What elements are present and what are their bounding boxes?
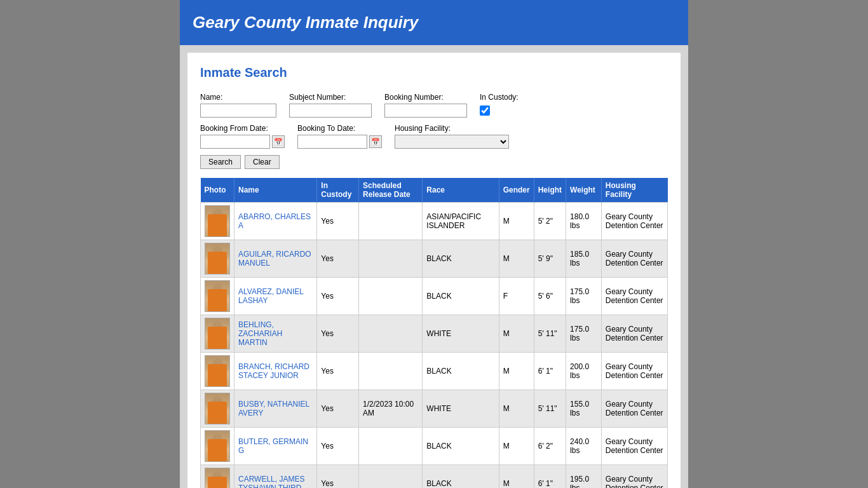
- search-form: Name: Subject Number: Booking Number: In…: [200, 93, 668, 169]
- name-cell[interactable]: AGUILAR, RICARDO MANUEL: [234, 240, 317, 278]
- page-header: Geary County Inmate Inquiry: [180, 0, 688, 45]
- name-cell[interactable]: ABARRO, CHARLES A: [234, 203, 317, 240]
- height-cell: 5' 9": [534, 240, 566, 278]
- race-cell: WHITE: [423, 315, 499, 353]
- housing-cell: Geary County Detention Center: [601, 315, 667, 353]
- name-cell[interactable]: BUSBY, NATHANIEL AVERY: [234, 390, 317, 428]
- inmate-photo: [205, 430, 230, 462]
- height-cell: 5' 11": [534, 315, 566, 353]
- gender-cell: M: [499, 428, 534, 465]
- booking-number-group: Booking Number:: [384, 93, 467, 118]
- page-header-title: Geary County Inmate Inquiry: [193, 13, 675, 32]
- name-cell[interactable]: CARWELL, JAMES TYSHAWN THIRD: [234, 465, 317, 489]
- name-input[interactable]: [200, 104, 276, 118]
- race-cell: BLACK: [423, 353, 499, 390]
- table-header-row: Photo Name In Custody Scheduled Release …: [201, 178, 668, 203]
- page-title: Inmate Search: [200, 65, 668, 80]
- col-height: Height: [534, 178, 566, 203]
- inmate-name-link[interactable]: CARWELL, JAMES TYSHAWN THIRD: [238, 475, 304, 488]
- photo-cell: [201, 278, 234, 315]
- photo-cell: [201, 203, 234, 240]
- height-cell: 5' 11": [534, 390, 566, 428]
- release-date-cell: [359, 278, 423, 315]
- booking-to-calendar-button[interactable]: 📅: [369, 135, 382, 148]
- col-race: Race: [423, 178, 499, 203]
- name-cell[interactable]: BRANCH, RICHARD STACEY JUNIOR: [234, 353, 317, 390]
- photo-cell: [201, 240, 234, 278]
- gender-cell: F: [499, 278, 534, 315]
- release-date-cell: [359, 428, 423, 465]
- booking-to-label: Booking To Date:: [297, 124, 382, 133]
- weight-cell: 175.0 lbs: [566, 278, 602, 315]
- inmate-photo: [205, 468, 230, 488]
- height-cell: 5' 2": [534, 203, 566, 240]
- gender-cell: M: [499, 315, 534, 353]
- release-date-cell: [359, 465, 423, 489]
- housing-facility-select[interactable]: Geary County Detention Center: [395, 135, 509, 149]
- inmate-name-link[interactable]: BEHLING, ZACHARIAH MARTIN: [238, 320, 282, 347]
- subject-number-group: Subject Number:: [289, 93, 372, 118]
- inmate-name-link[interactable]: BUTLER, GERMAIN G: [238, 437, 308, 455]
- table-row: AGUILAR, RICARDO MANUELYesBLACKM5' 9"185…: [201, 240, 668, 278]
- custody-cell: Yes: [317, 240, 359, 278]
- results-table: Photo Name In Custody Scheduled Release …: [200, 178, 668, 488]
- booking-number-label: Booking Number:: [384, 93, 467, 102]
- inmate-photo: [205, 318, 230, 349]
- housing-cell: Geary County Detention Center: [601, 390, 667, 428]
- booking-to-date-input[interactable]: [297, 135, 367, 149]
- col-photo: Photo: [201, 178, 234, 203]
- custody-cell: Yes: [317, 203, 359, 240]
- inmate-name-link[interactable]: BRANCH, RICHARD STACEY JUNIOR: [238, 362, 309, 380]
- in-custody-label: In Custody:: [480, 93, 519, 102]
- name-cell[interactable]: ALVAREZ, DANIEL LASHAY: [234, 278, 317, 315]
- col-weight: Weight: [566, 178, 602, 203]
- custody-cell: Yes: [317, 278, 359, 315]
- in-custody-group: In Custody:: [480, 93, 519, 116]
- table-row: ALVAREZ, DANIEL LASHAYYesBLACKF5' 6"175.…: [201, 278, 668, 315]
- table-row: BUTLER, GERMAIN GYesBLACKM6' 2"240.0 lbs…: [201, 428, 668, 465]
- inmate-photo: [205, 393, 230, 424]
- in-custody-checkbox[interactable]: [480, 105, 490, 116]
- booking-from-calendar-button[interactable]: 📅: [272, 135, 285, 148]
- inmate-name-link[interactable]: BUSBY, NATHANIEL AVERY: [238, 400, 309, 417]
- subject-number-label: Subject Number:: [289, 93, 372, 102]
- race-cell: WHITE: [423, 390, 499, 428]
- photo-cell: [201, 390, 234, 428]
- inmate-name-link[interactable]: ALVAREZ, DANIEL LASHAY: [238, 287, 303, 305]
- housing-cell: Geary County Detention Center: [601, 465, 667, 489]
- weight-cell: 185.0 lbs: [566, 240, 602, 278]
- inmate-photo: [205, 355, 230, 387]
- booking-from-group: Booking From Date: 📅: [200, 124, 285, 149]
- release-date-cell: 1/2/2023 10:00 AM: [359, 390, 423, 428]
- search-button[interactable]: Search: [200, 155, 241, 169]
- weight-cell: 175.0 lbs: [566, 315, 602, 353]
- housing-cell: Geary County Detention Center: [601, 240, 667, 278]
- height-cell: 5' 6": [534, 278, 566, 315]
- release-date-cell: [359, 203, 423, 240]
- col-name: Name: [234, 178, 317, 203]
- booking-from-date-input[interactable]: [200, 135, 270, 149]
- table-header: Photo Name In Custody Scheduled Release …: [201, 178, 668, 203]
- housing-facility-group: Housing Facility: Geary County Detention…: [395, 124, 509, 149]
- photo-cell: [201, 428, 234, 465]
- col-scheduled-release: Scheduled Release Date: [359, 178, 423, 203]
- inmate-name-link[interactable]: ABARRO, CHARLES A: [238, 212, 311, 230]
- height-cell: 6' 1": [534, 353, 566, 390]
- name-cell[interactable]: BEHLING, ZACHARIAH MARTIN: [234, 315, 317, 353]
- custody-cell: Yes: [317, 315, 359, 353]
- col-in-custody: In Custody: [317, 178, 359, 203]
- name-cell[interactable]: BUTLER, GERMAIN G: [234, 428, 317, 465]
- table-body: ABARRO, CHARLES AYesASIAN/PACIFIC ISLAND…: [201, 203, 668, 489]
- custody-cell: Yes: [317, 353, 359, 390]
- clear-button[interactable]: Clear: [245, 155, 280, 169]
- booking-from-date-wrapper: 📅: [200, 135, 285, 149]
- release-date-cell: [359, 315, 423, 353]
- release-date-cell: [359, 353, 423, 390]
- table-row: BUSBY, NATHANIEL AVERYYes1/2/2023 10:00 …: [201, 390, 668, 428]
- inmate-photo: [205, 280, 230, 312]
- subject-number-input[interactable]: [289, 104, 372, 118]
- inmate-name-link[interactable]: AGUILAR, RICARDO MANUEL: [238, 250, 311, 268]
- photo-cell: [201, 315, 234, 353]
- housing-facility-label: Housing Facility:: [395, 124, 509, 133]
- booking-number-input[interactable]: [384, 104, 467, 118]
